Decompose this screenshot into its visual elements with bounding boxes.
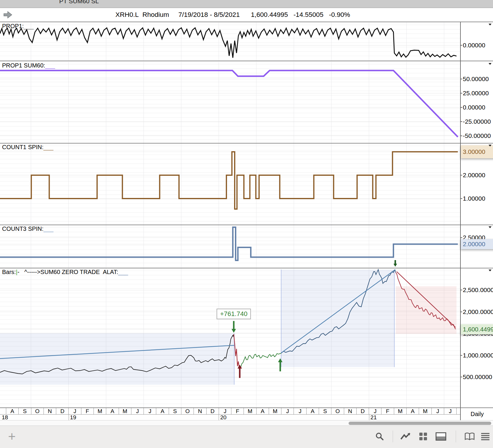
month-cell: D [207, 408, 219, 414]
pane-label-part: COUNT3 SPIN: [2, 225, 44, 232]
pane-plot-sum60[interactable] [0, 62, 493, 143]
panel-layout-icon[interactable] [435, 431, 447, 442]
month-row: ASONDJFMAMJJASONDJFMAMJJASONDJFMAMJJ [0, 408, 460, 415]
chart-area: PT SUM60 SL XRH0.L Rhodium 7/19/2018 - 8… [0, 0, 493, 420]
axis-tick-mark [460, 198, 462, 199]
pane-label-part: ^----->SUM60 ZERO TRADE ALAT: [20, 269, 118, 275]
pane-plot-count3[interactable] [0, 225, 493, 268]
toolbar-separator [456, 431, 456, 442]
pane-label-bars: Bars:|- ^----->SUM60 ZERO TRADE ALAT:___ [2, 269, 128, 275]
year-label: 20 [219, 415, 226, 421]
month-cell: O [331, 408, 344, 414]
month-cell: O [181, 408, 194, 414]
axis-tick-mark [460, 355, 462, 356]
scrollbar-thumb[interactable] [349, 422, 491, 425]
axis-tick-mark [460, 377, 462, 377]
axis-tick-mark [460, 121, 462, 122]
axis-label: 2,000.0000 [463, 308, 493, 315]
pane-label-count1: COUNT1 SPIN:___ [2, 144, 53, 151]
pane-collapse-arrow-icon[interactable] [489, 24, 492, 25]
pane-divider [0, 61, 493, 61]
pane-label-part: PROP1 SUM60: [2, 62, 45, 69]
pane-label-part: Bars: [2, 269, 16, 275]
month-cell: N [344, 408, 357, 414]
bottom-toolbar: + [0, 426, 493, 448]
search-icon[interactable] [374, 431, 386, 442]
month-cell: A [6, 408, 19, 414]
gain-annotation: +761.740 [217, 309, 251, 319]
axis-tick-mark [460, 107, 462, 108]
pane-collapse-arrow-icon[interactable] [489, 63, 492, 65]
month-cell: A [307, 408, 319, 414]
pane-label-part: COUNT1 SPIN: [2, 144, 44, 150]
month-cell: J [144, 408, 156, 414]
month-cell: M [94, 408, 106, 414]
pane-plot-prop1[interactable] [0, 22, 493, 61]
axis-value-badge-bars: 1,600.4499 [461, 324, 493, 334]
periodicity-selector[interactable]: Daily [460, 407, 493, 421]
axis-label: -25.00000 [463, 118, 491, 125]
time-axis: ASONDJFMAMJJASONDJFMAMJJASONDJFMAMJJ 181… [0, 407, 460, 421]
month-cell: D [357, 408, 369, 414]
month-cell: J [69, 408, 81, 414]
month-cell: A [257, 408, 269, 414]
pane-label-part: ___ [24, 23, 33, 29]
axis-label: 0.00000 [463, 104, 485, 111]
month-cell: J [131, 408, 144, 414]
month-cell: S [19, 408, 31, 414]
axis-label: -50.00000 [463, 132, 491, 139]
month-cell: J [281, 408, 294, 414]
axis-label: 25.00000 [463, 90, 489, 97]
pane-label-count3: COUNT3 SPIN:___ [2, 225, 53, 232]
sell-arrow-icon [231, 321, 236, 333]
price-change: -14.55005 [294, 11, 323, 18]
axis-label: 1.00000 [463, 195, 485, 202]
grid-layout-icon[interactable] [417, 431, 429, 442]
month-cell: O [31, 408, 44, 414]
axis-value-badge-count1: 3.00000 [461, 145, 493, 158]
value-axis-line [460, 22, 461, 420]
month-cell: M [419, 408, 431, 414]
buy-arrow-icon [238, 365, 242, 378]
price-change-pct: -0.90% [329, 11, 350, 18]
pane-label-prop1: PROP1:___ [2, 23, 34, 30]
month-cell: M [269, 408, 281, 414]
axis-tick-mark [460, 79, 462, 79]
pane-label-sum60: PROP1 SUM60:___ [2, 62, 55, 69]
month-cell: F [381, 408, 394, 414]
month-cell: J [219, 408, 231, 414]
year-label: 18 [1, 415, 8, 421]
divider [0, 22, 493, 22]
pane-label-part: - [17, 269, 20, 275]
month-cell: A [106, 408, 119, 414]
axis-tick-mark [460, 237, 462, 238]
symbol: XRH0.L [115, 11, 139, 18]
month-cell: S [169, 408, 181, 414]
pane-collapse-arrow-icon[interactable] [489, 270, 492, 271]
pane-plot-bars[interactable] [0, 268, 493, 407]
axis-label: 50.00000 [463, 75, 489, 83]
pane-collapse-arrow-icon[interactable] [489, 226, 492, 228]
pane-plot-count1[interactable] [0, 144, 493, 225]
add-icon[interactable]: + [5, 430, 18, 443]
book-icon[interactable] [464, 431, 476, 442]
forward-arrow-icon[interactable] [3, 10, 13, 20]
pane-label-part: ___ [45, 62, 55, 69]
month-cell: M [244, 408, 256, 414]
axis-tick-mark [460, 136, 462, 136]
menu-icon[interactable] [479, 431, 491, 442]
pane-label-part: PROP1: [2, 23, 24, 29]
month-cell: F [81, 408, 94, 414]
horizontal-scrollbar [0, 420, 493, 426]
month-cell: J [294, 408, 306, 414]
year-label: 21 [369, 415, 377, 421]
signal-icon[interactable] [399, 431, 411, 442]
month-cell-partial [0, 408, 6, 414]
month-cell: N [44, 408, 56, 414]
month-cell: N [194, 408, 206, 414]
header-info: XRH0.L Rhodium 7/19/2018 - 8/5/2021 1,60… [115, 11, 350, 19]
axis-tick-mark [460, 45, 462, 46]
pane-label-part: ___ [44, 225, 53, 232]
pane-collapse-arrow-icon[interactable] [489, 145, 492, 146]
month-cell: J [444, 408, 457, 414]
